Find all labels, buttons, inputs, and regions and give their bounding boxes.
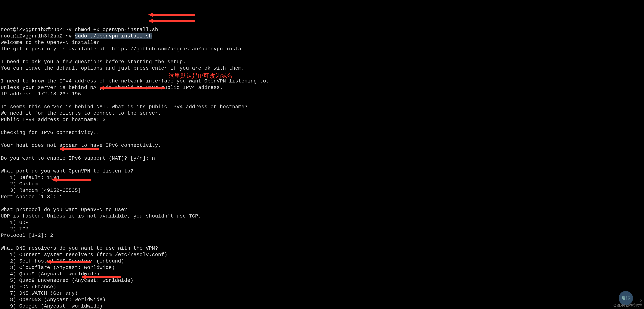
line-nat-2: We need it for the clients to connect to… bbox=[1, 110, 161, 116]
close-icon[interactable]: ✕ bbox=[640, 298, 642, 303]
cmd-chmod: chmod +x openvpn-install.sh bbox=[75, 27, 158, 33]
line-proto-2: 2) TCP bbox=[1, 226, 28, 232]
line-dns-6: 6) FDN (France) bbox=[1, 284, 56, 290]
line-nat-1: It seems this server is behind NAT. What… bbox=[1, 104, 248, 110]
line-ipv6-nohost: Your host does not appear to have IPv6 c… bbox=[1, 143, 161, 148]
line-dns-1: 1) Current system resolvers (from /etc/r… bbox=[1, 252, 167, 257]
svg-marker-0 bbox=[148, 13, 195, 17]
line-dns-3: 3) Cloudflare (Anycast: worldwide) bbox=[1, 265, 115, 270]
line-dns-8: 8) OpenDNS (Anycast: worldwide) bbox=[1, 297, 106, 302]
arrow-icon-cmd2 bbox=[148, 6, 196, 30]
line-proto-note: UDP is faster. Unless it is not availabl… bbox=[1, 213, 201, 219]
line-port-q: What port do you want OpenVPN to listen … bbox=[1, 168, 134, 174]
line-dns-4: 4) Quad9 (Anycast: worldwide) bbox=[1, 271, 100, 277]
shell-prompt-1: root@iZvggrr1h3f2upZ:~# bbox=[1, 27, 75, 33]
line-questions-2: You can leave the default options and ju… bbox=[1, 65, 244, 71]
line-ipv6-check: Checking for IPv6 connectivity... bbox=[1, 130, 102, 135]
arrow-icon-encryption bbox=[112, 297, 152, 309]
line-dns-7: 7) DNS.WATCH (Germany) bbox=[1, 290, 78, 296]
watermark-text: CSDN @林鸿群 bbox=[613, 303, 642, 308]
line-proto-1: 1) UDP bbox=[1, 220, 28, 225]
line-port-choice: Port choice [1-3]: 1 bbox=[1, 194, 62, 200]
line-proto-choice: Protocol [1-2]: 2 bbox=[1, 233, 53, 238]
line-ipv4-q2: Unless your server is behind NAT, it sho… bbox=[1, 85, 223, 90]
line-dns-5: 5) Quad9 uncensored (Anycast: worldwide) bbox=[1, 277, 134, 283]
line-repo: The git repository is available at: http… bbox=[1, 46, 248, 52]
line-dns-2: 2) Self-hosted DNS Resolver (Unbound) bbox=[1, 258, 124, 264]
line-ipv6-enable: Do you want to enable IPv6 support (NAT)… bbox=[1, 155, 155, 161]
line-dns-9: 9) Google (Anycast: worldwide) bbox=[1, 303, 102, 309]
line-questions-1: I need to ask you a few questions before… bbox=[1, 59, 186, 65]
line-ip-address: IP address: 172.18.237.196 bbox=[1, 91, 81, 97]
cmd-sudo-run: sudo ./openvpn-install.sh bbox=[75, 33, 152, 39]
shell-prompt-2: root@iZvggrr1h3f2upZ:~# bbox=[1, 33, 75, 39]
line-dns-q: What DNS resolvers do you want to use wi… bbox=[1, 245, 158, 251]
annotation-hostname-note: 这里默认是IP可改为域名 bbox=[168, 72, 233, 79]
line-port-3: 3) Random [49152-65535] bbox=[1, 188, 81, 193]
line-proto-q: What protocol do you want OpenVPN to use… bbox=[1, 207, 127, 213]
arrow-icon-cmd1 bbox=[148, 0, 196, 24]
line-port-2: 2) Custom bbox=[1, 181, 38, 187]
line-welcome: Welcome to the OpenVPN installer! bbox=[1, 40, 102, 45]
line-port-1: 1) Default: 1194 bbox=[1, 175, 59, 180]
line-public-hostname: Public IPv4 address or hostname: 3 bbox=[1, 117, 106, 123]
svg-marker-1 bbox=[148, 19, 195, 23]
